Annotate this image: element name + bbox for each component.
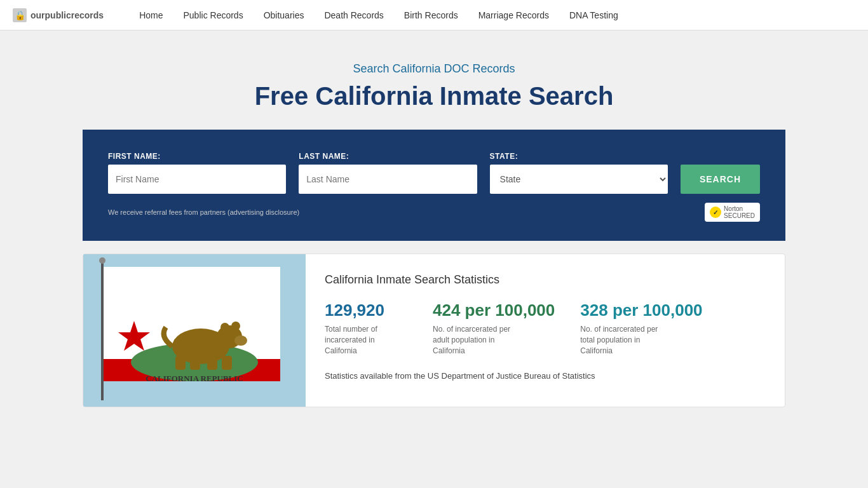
- stat-label-3: No. of incarcerated per total population…: [580, 324, 663, 356]
- first-name-field-group: FIRST NAME:: [108, 152, 286, 194]
- first-name-input[interactable]: [108, 165, 286, 194]
- state-field-group: STATE: StateAlabamaAlaskaArizonaArkansas…: [490, 152, 668, 194]
- svg-text:CALIFORNIA REPUBLIC: CALIFORNIA REPUBLIC: [146, 374, 243, 383]
- nav-dna-testing[interactable]: DNA Testing: [559, 0, 628, 30]
- svg-point-10: [234, 336, 247, 346]
- state-select[interactable]: StateAlabamaAlaskaArizonaArkansasCalifor…: [490, 165, 668, 194]
- stats-content: California Inmate Search Statistics 129,…: [306, 254, 785, 407]
- logo-text: ourpublicrecords: [31, 10, 104, 20]
- search-footer: We receive referral fees from partners (…: [108, 203, 760, 222]
- nav-birth-records[interactable]: Birth Records: [394, 0, 468, 30]
- last-name-input[interactable]: [299, 165, 477, 194]
- stat-item-2: 424 per 100,000 No. of incarcerated per …: [433, 301, 555, 356]
- nav-public-records[interactable]: Public Records: [173, 0, 254, 30]
- first-name-label: FIRST NAME:: [108, 152, 286, 161]
- search-button[interactable]: SEARCH: [681, 165, 760, 194]
- stat-number-2: 424 per 100,000: [433, 301, 555, 320]
- last-name-field-group: LAST NAME:: [299, 152, 477, 194]
- hero-section: Search California DOC Records Free Calif…: [0, 30, 868, 130]
- stat-label-2: No. of incarcerated per adult population…: [433, 324, 515, 356]
- stat-item-3: 328 per 100,000 No. of incarcerated per …: [580, 301, 702, 356]
- stat-number-1: 129,920: [325, 301, 407, 320]
- svg-rect-13: [207, 356, 217, 370]
- nav-links: Home Public Records Obituaries Death Rec…: [129, 0, 628, 30]
- stats-title: California Inmate Search Statistics: [325, 273, 766, 287]
- logo-link[interactable]: 🔒 ourpublicrecords: [13, 8, 104, 22]
- stats-numbers: 129,920 Total number of incarcerated in …: [325, 301, 766, 356]
- svg-point-18: [99, 257, 105, 264]
- stat-item-1: 129,920 Total number of incarcerated in …: [325, 301, 407, 356]
- norton-text: NortonSECURED: [724, 205, 755, 219]
- last-name-label: LAST NAME:: [299, 152, 477, 161]
- svg-rect-14: [222, 356, 232, 370]
- state-label: STATE:: [490, 152, 668, 161]
- california-flag-image: CALIFORNIA REPUBLIC: [83, 254, 306, 407]
- svg-rect-11: [175, 356, 186, 370]
- hero-subtitle: Search California DOC Records: [13, 62, 855, 76]
- hero-title: Free California Inmate Search: [13, 82, 855, 111]
- svg-rect-17: [101, 261, 104, 400]
- stats-section: CALIFORNIA REPUBLIC California Inmate Se…: [83, 254, 785, 407]
- stat-label-1: Total number of incarcerated in Californ…: [325, 324, 407, 356]
- svg-point-8: [220, 323, 229, 332]
- nav-home[interactable]: Home: [129, 0, 173, 30]
- logo-icon: 🔒: [13, 8, 27, 22]
- nav-marriage-records[interactable]: Marriage Records: [468, 0, 559, 30]
- search-fields: FIRST NAME: LAST NAME: STATE: StateAlaba…: [108, 152, 760, 194]
- nav-death-records[interactable]: Death Records: [314, 0, 393, 30]
- search-section: FIRST NAME: LAST NAME: STATE: StateAlaba…: [83, 130, 785, 241]
- svg-text:🔒: 🔒: [15, 10, 26, 21]
- stat-number-3: 328 per 100,000: [580, 301, 702, 320]
- norton-badge: ✓ NortonSECURED: [705, 203, 760, 222]
- svg-point-9: [231, 322, 240, 330]
- stats-source: Statistics available from the US Departm…: [325, 371, 766, 381]
- disclaimer-text: We receive referral fees from partners (…: [108, 208, 299, 216]
- navbar: 🔒 ourpublicrecords Home Public Records O…: [0, 0, 868, 30]
- nav-obituaries[interactable]: Obituaries: [254, 0, 315, 30]
- norton-check-icon: ✓: [710, 207, 721, 218]
- svg-rect-12: [190, 356, 200, 370]
